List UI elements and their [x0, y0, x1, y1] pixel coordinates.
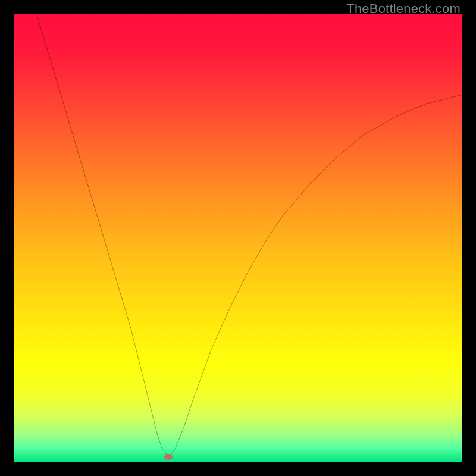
watermark-text: TheBottleneck.com	[346, 1, 461, 17]
bottleneck-marker	[164, 454, 173, 460]
plot-area	[14, 14, 462, 462]
bottleneck-curve	[14, 14, 462, 462]
chart-frame: TheBottleneck.com	[0, 0, 476, 476]
